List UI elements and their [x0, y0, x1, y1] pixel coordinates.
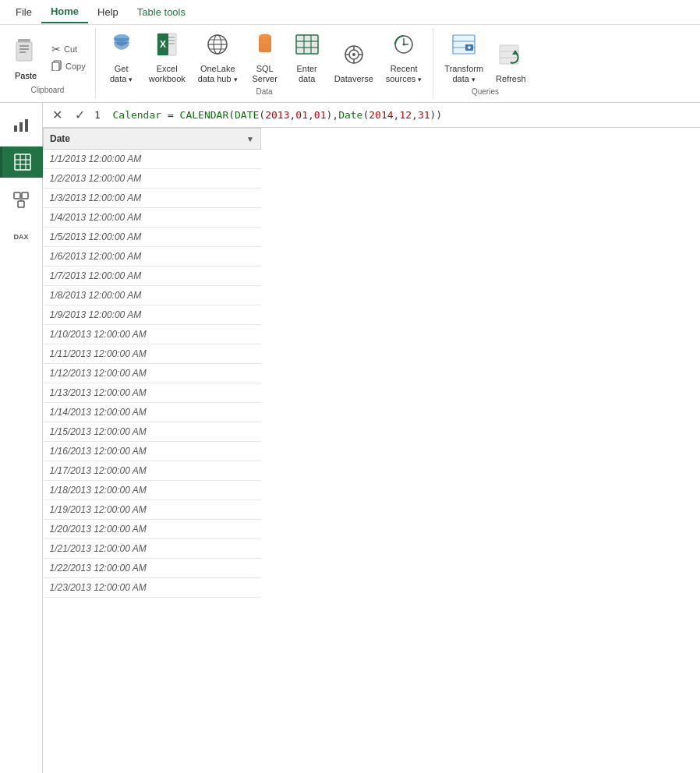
get-data-icon [108, 30, 136, 62]
sidebar-dax-icon[interactable]: DAX [5, 221, 37, 252]
table-row[interactable]: 1/15/2013 12:00:00 AM [44, 422, 261, 442]
svg-rect-6 [52, 62, 59, 71]
svg-point-20 [259, 34, 271, 39]
menu-help[interactable]: Help [88, 2, 128, 23]
cut-button[interactable]: ✂ Cut [48, 41, 89, 57]
cut-copy-group: ✂ Cut Copy [48, 31, 89, 84]
dataverse-button[interactable]: Dataverse [330, 30, 378, 86]
data-table: Date ▼ 1/1/2013 12:00:00 AM1/2/2013 12:0… [43, 128, 261, 598]
svg-rect-0 [18, 39, 30, 42]
recent-sources-button[interactable]: Recentsources ▾ [381, 30, 427, 86]
excel-workbook-button[interactable]: X Excelworkbook [144, 30, 190, 86]
sidebar-model-icon[interactable] [5, 184, 37, 215]
menu-file[interactable]: File [6, 2, 41, 23]
svg-rect-23 [296, 35, 318, 54]
transform-data-icon [450, 30, 478, 62]
svg-rect-4 [19, 51, 26, 53]
table-row[interactable]: 1/3/2013 12:00:00 AM [44, 189, 261, 208]
transform-data-button[interactable]: Transformdata ▾ [440, 30, 488, 86]
paste-label: Paste [15, 71, 37, 80]
clipboard-group: Paste ✂ Cut Copy [0, 28, 96, 99]
table-row[interactable]: 1/22/2013 12:00:00 AM [44, 559, 261, 578]
sidebar-table-icon[interactable] [0, 146, 43, 178]
onelake-icon [203, 30, 232, 62]
data-group: Getdata ▾ X Excelworkbook [96, 28, 434, 99]
table-row[interactable]: 1/4/2013 12:00:00 AM [44, 208, 261, 228]
data-label: Data [102, 86, 427, 97]
table-row[interactable]: 1/18/2013 12:00:00 AM [44, 481, 261, 500]
svg-text:X: X [160, 39, 166, 50]
paste-button[interactable]: Paste [6, 31, 45, 84]
sidebar: DAX [0, 103, 43, 773]
enter-data-icon [293, 30, 321, 62]
svg-point-38 [403, 43, 405, 45]
table-row[interactable]: 1/20/2013 12:00:00 AM [44, 520, 261, 539]
table-row[interactable]: 1/11/2013 12:00:00 AM [44, 344, 261, 364]
recent-sources-label: Recentsources ▾ [386, 64, 422, 84]
onelake-button[interactable]: OneLakedata hub ▾ [193, 30, 242, 86]
svg-point-30 [352, 53, 355, 56]
date-column-header: Date ▼ [44, 129, 261, 150]
table-row[interactable]: 1/16/2013 12:00:00 AM [44, 442, 261, 461]
copy-icon [51, 60, 62, 73]
excel-label: Excelworkbook [149, 64, 186, 84]
svg-rect-11 [168, 37, 175, 38]
svg-rect-49 [25, 119, 28, 132]
table-row[interactable]: 1/17/2013 12:00:00 AM [44, 461, 261, 481]
dataverse-icon [340, 41, 368, 72]
svg-point-21 [259, 38, 271, 44]
svg-rect-13 [168, 43, 175, 44]
get-data-label: Getdata ▾ [110, 64, 133, 84]
formula-confirm-button[interactable]: ✓ [72, 106, 88, 124]
table-row[interactable]: 1/13/2013 12:00:00 AM [44, 383, 261, 403]
dataverse-label: Dataverse [334, 74, 373, 84]
table-row[interactable]: 1/23/2013 12:00:00 AM [44, 578, 261, 598]
sql-server-button[interactable]: SQLServer [246, 30, 285, 86]
table-row[interactable]: 1/8/2013 12:00:00 AM [44, 286, 261, 305]
clipboard-label: Clipboard [6, 84, 89, 96]
paste-icon [12, 36, 40, 71]
formula-bar: ✕ ✓ 1 Calendar = CALENDAR(DATE(2013,01,0… [43, 103, 700, 128]
get-data-button[interactable]: Getdata ▾ [102, 30, 141, 86]
svg-rect-12 [168, 40, 175, 41]
sql-label: SQLServer [252, 64, 277, 84]
refresh-label: Refresh [496, 74, 526, 84]
table-row[interactable]: 1/1/2013 12:00:00 AM [44, 150, 261, 169]
refresh-icon [497, 41, 525, 72]
sidebar-chart-icon[interactable] [5, 109, 37, 140]
table-row[interactable]: 1/9/2013 12:00:00 AM [44, 305, 261, 325]
formula-cancel-button[interactable]: ✕ [49, 106, 65, 124]
svg-rect-47 [14, 125, 17, 132]
copy-button[interactable]: Copy [48, 58, 89, 75]
app-container: DAX ✕ ✓ 1 Calendar = CALENDAR(DATE(2013,… [0, 103, 700, 773]
table-row[interactable]: 1/6/2013 12:00:00 AM [44, 247, 261, 266]
excel-icon: X [153, 30, 181, 62]
cut-label: Cut [64, 44, 77, 54]
svg-rect-57 [18, 201, 24, 207]
cut-icon: ✂ [51, 43, 61, 55]
table-row[interactable]: 1/7/2013 12:00:00 AM [44, 266, 261, 286]
menu-home[interactable]: Home [41, 1, 88, 23]
menu-table-tools[interactable]: Table tools [128, 2, 195, 23]
table-row[interactable]: 1/19/2013 12:00:00 AM [44, 500, 261, 520]
table-row[interactable]: 1/14/2013 12:00:00 AM [44, 403, 261, 422]
table-row[interactable]: 1/2/2013 12:00:00 AM [44, 169, 261, 189]
enter-data-label: Enterdata [296, 64, 316, 84]
table-row[interactable]: 1/5/2013 12:00:00 AM [44, 228, 261, 247]
menu-bar: File Home Help Table tools [0, 0, 700, 25]
table-row[interactable]: 1/21/2013 12:00:00 AM [44, 539, 261, 559]
svg-rect-50 [15, 154, 30, 170]
column-filter-button[interactable]: ▼ [246, 135, 254, 143]
queries-label: Queries [440, 86, 530, 97]
svg-point-22 [259, 43, 271, 48]
svg-rect-48 [19, 122, 23, 132]
table-row[interactable]: 1/10/2013 12:00:00 AM [44, 325, 261, 344]
svg-rect-56 [22, 192, 28, 199]
copy-label: Copy [65, 62, 86, 71]
main-content: ✕ ✓ 1 Calendar = CALENDAR(DATE(2013,01,0… [43, 103, 700, 773]
svg-rect-55 [14, 192, 20, 199]
enter-data-button[interactable]: Enterdata [288, 30, 327, 86]
svg-rect-3 [19, 48, 29, 50]
refresh-button[interactable]: Refresh [491, 30, 531, 86]
table-row[interactable]: 1/12/2013 12:00:00 AM [44, 364, 261, 383]
